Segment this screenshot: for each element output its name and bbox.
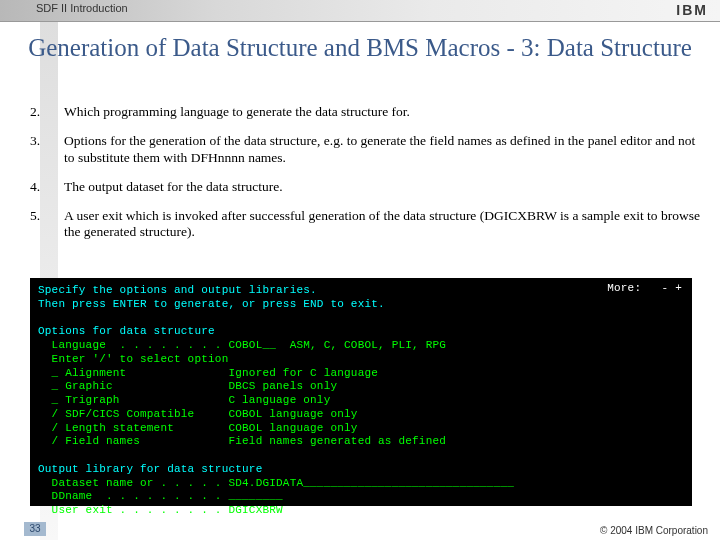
terminal-line: _ Graphic DBCS panels only [38,380,337,392]
item-number: 2. [30,104,64,121]
item-text: The output dataset for the data structur… [64,179,700,196]
terminal-line: Then press ENTER to generate, or press E… [38,298,385,310]
numbered-list: 2. Which programming language to generat… [30,104,700,253]
product-title: SDF II Introduction [36,2,128,14]
slide: SDF II Introduction IBM Generation of Da… [0,0,720,540]
ibm-logo: IBM [676,2,708,18]
more-indicator: More: - + [607,282,682,296]
terminal-line: DDname . . . . . . . . . ________ [38,490,283,502]
list-item: 2. Which programming language to generat… [30,104,700,121]
footer: 33 © 2004 IBM Corporation [0,520,720,536]
terminal-line: Output library for data structure [38,463,262,475]
item-number: 4. [30,179,64,196]
page-number: 33 [24,522,46,536]
top-bar: SDF II Introduction IBM [0,0,720,22]
terminal-line: Language . . . . . . . . COBOL__ ASM, C,… [38,339,446,351]
terminal-line: Specify the options and output libraries… [38,284,317,296]
terminal-screenshot: More: - +Specify the options and output … [30,278,692,506]
list-item: 5. A user exit which is invoked after su… [30,208,700,242]
terminal-line: / Length statement COBOL language only [38,422,358,434]
copyright: © 2004 IBM Corporation [600,525,708,536]
terminal-line: Options for data structure [38,325,215,337]
terminal-line: Enter '/' to select option [38,353,228,365]
item-text: Which programming language to generate t… [64,104,700,121]
terminal-line: _ Trigraph C language only [38,394,330,406]
slide-title: Generation of Data Structure and BMS Mac… [0,34,720,63]
terminal-line: User exit . . . . . . . . DGICXBRW [38,504,283,516]
terminal-line: _ Alignment Ignored for C language [38,367,378,379]
item-text: Options for the generation of the data s… [64,133,700,167]
terminal-line: Dataset name or . . . . . SD4.DGIDATA___… [38,477,514,489]
terminal-line: / Field names Field names generated as d… [38,435,446,447]
item-text: A user exit which is invoked after succe… [64,208,700,242]
list-item: 4. The output dataset for the data struc… [30,179,700,196]
terminal-line: / SDF/CICS Compatible COBOL language onl… [38,408,358,420]
list-item: 3. Options for the generation of the dat… [30,133,700,167]
item-number: 3. [30,133,64,167]
item-number: 5. [30,208,64,242]
